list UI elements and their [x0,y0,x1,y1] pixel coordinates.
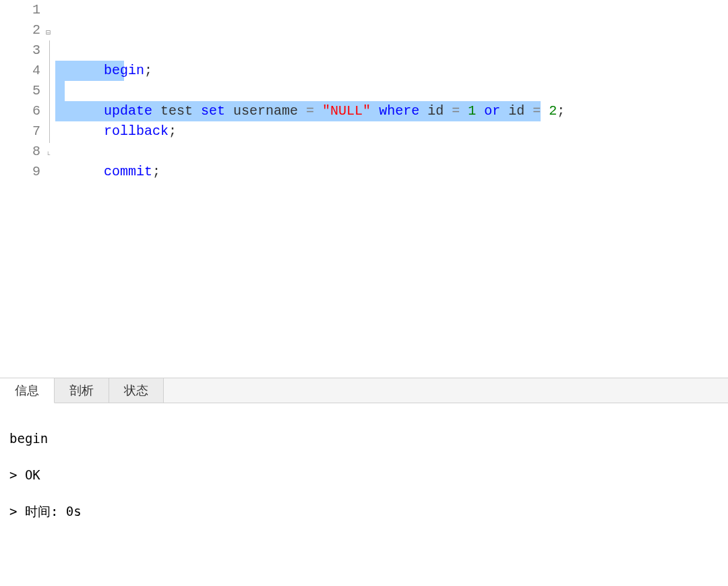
number-2: 2 [549,103,557,119]
code-line-8: commit; [55,142,728,162]
code-line-2: begin; [55,20,728,40]
line-number: 4 [0,61,40,81]
semicolon: ; [144,63,152,78]
identifier-id: id [419,103,452,119]
tab-info[interactable]: 信息 [0,378,55,403]
keyword-set: set [201,103,225,119]
code-area[interactable]: begin; update test set username = "NULL"… [55,0,728,378]
keyword-where: where [371,103,419,119]
fold-guide-line [49,40,50,143]
semicolon: ; [169,123,177,139]
string-null: "NULL" [322,103,371,119]
keyword-commit: commit [104,164,152,179]
keyword-update: update [104,103,152,119]
code-line-4: update test set username = "NULL" where … [55,61,728,81]
code-line-1 [55,0,728,20]
output-pane[interactable]: begin > OK > 时间: 0s update test set user… [0,403,728,586]
fold-close-icon: └ [46,146,50,166]
output-command: begin [9,430,719,448]
line-number: 7 [0,121,40,142]
line-number: 3 [0,40,40,61]
keyword-rollback: rollback [104,123,169,139]
number-1: 1 [468,103,476,119]
semicolon: ; [152,164,160,179]
fold-column: ⊟ └ [47,0,55,378]
line-number: 6 [0,101,40,121]
tab-profiling[interactable]: 剖析 [55,378,109,403]
output-result: > 时间: 0s [9,502,719,521]
identifier-username: username [225,103,306,119]
operator-equals: = [306,103,322,119]
line-number: 5 [0,81,40,101]
output-blank [9,539,719,557]
line-number: 2 [0,20,40,40]
code-line-5 [55,81,728,101]
output-tabs: 信息 剖析 状态 [0,378,728,403]
identifier-id: id [500,103,533,119]
operator-equals: = [452,103,468,119]
operator-equals: = [533,103,549,119]
code-line-3 [55,40,728,61]
keyword-or: or [476,103,500,119]
line-number: 8 [0,142,40,162]
keyword-begin: begin [104,63,144,78]
identifier-test: test [152,103,201,119]
code-editor-pane[interactable]: 1 2 3 4 5 6 7 8 9 ⊟ └ begin; update test… [0,0,728,378]
semicolon: ; [557,103,565,119]
line-number: 9 [0,162,40,182]
output-result: > OK [9,466,719,484]
fold-open-icon[interactable]: ⊟ [46,23,51,43]
line-number-gutter: 1 2 3 4 5 6 7 8 9 [0,0,47,378]
output-blank [9,575,719,586]
line-number: 1 [0,0,40,20]
tab-status[interactable]: 状态 [109,378,164,403]
